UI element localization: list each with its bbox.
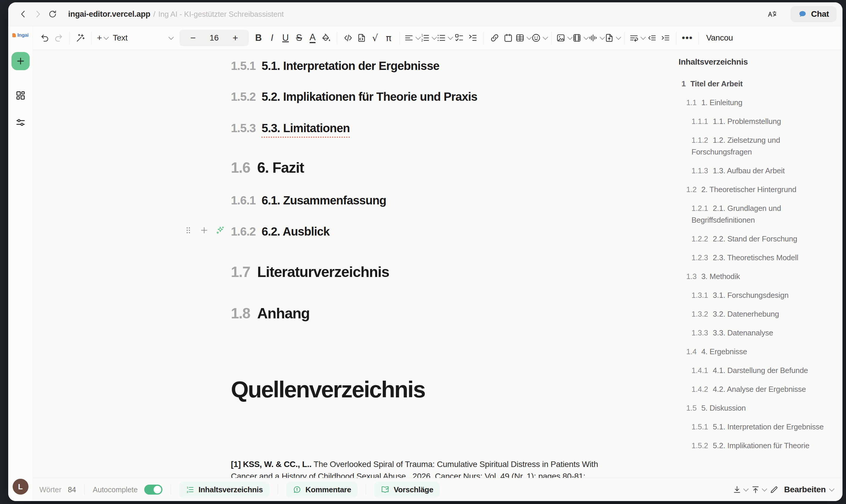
toc-item[interactable]: 1.5.15.1. Interpretation der Ergebnisse [678, 421, 840, 433]
export-top-button[interactable] [751, 481, 767, 498]
undo-icon [40, 33, 50, 43]
indent-button[interactable] [659, 30, 672, 46]
underline-button[interactable]: U [279, 30, 292, 46]
toggle-list-button[interactable] [466, 30, 480, 46]
add-block-icon[interactable] [200, 226, 209, 235]
formula-button[interactable]: π [382, 30, 395, 46]
toc-item[interactable]: 1.1.11.1. Problemstellung [678, 115, 840, 127]
date-button[interactable] [501, 30, 515, 46]
block-type-dropdown[interactable]: Text [109, 30, 177, 46]
toc-item[interactable]: 1.3.33.3. Datenanalyse [678, 327, 840, 339]
checklist-button[interactable] [452, 30, 466, 46]
code-block-button[interactable] [355, 30, 368, 46]
suggestions-button[interactable]: Vorschläge [374, 482, 440, 498]
more-options-button[interactable]: ••• [681, 30, 694, 46]
text-wrap-dropdown[interactable] [629, 30, 645, 46]
toc-item[interactable]: 1.4.24.2. Analyse der Ergebnisse [678, 383, 840, 395]
bold-button[interactable]: B [252, 30, 265, 46]
heading-5-3[interactable]: 1.5.3 5.3. Limitationen [231, 120, 350, 138]
text-color-button[interactable]: A [306, 30, 319, 46]
table-dropdown[interactable] [515, 30, 531, 46]
audio-dropdown[interactable] [588, 30, 604, 46]
reload-button[interactable] [45, 7, 60, 21]
toc-item[interactable]: 1Titel der Arbeit [678, 78, 840, 90]
math-button[interactable]: √ [368, 30, 382, 46]
outdent-button[interactable] [645, 30, 659, 46]
ai-sparkle-icon[interactable] [216, 226, 225, 235]
redo-button[interactable] [52, 30, 65, 46]
text-wrap-icon [629, 33, 639, 43]
forward-button[interactable] [31, 7, 45, 21]
toc-item[interactable]: 1.1.31.3. Aufbau der Arbeit [678, 165, 840, 177]
undo-button[interactable] [38, 30, 52, 46]
divider [551, 32, 552, 44]
comments-button[interactable]: Kommentare [286, 482, 358, 498]
highlight-button[interactable] [319, 30, 333, 46]
sidebar-item-dashboard[interactable] [12, 87, 29, 104]
document-canvas[interactable]: 1.5.1 5.1. Interpretation der Ergebnisse… [33, 50, 673, 478]
citation-style-dropdown[interactable]: Vancou [706, 33, 733, 42]
toc-item[interactable]: 1.55. Diskussion [678, 402, 840, 414]
strikethrough-button[interactable]: S [292, 30, 306, 46]
back-button[interactable] [16, 7, 31, 21]
drag-handle-icon[interactable] [184, 226, 193, 235]
reference-entry[interactable]: [1] KSS, W. & CC., L.. The Overlooked Sp… [231, 458, 604, 478]
code-icon [343, 33, 353, 43]
translate-button[interactable] [764, 7, 779, 21]
sidebar-item-settings[interactable] [12, 114, 29, 131]
user-avatar[interactable]: L [13, 479, 29, 494]
toc-toggle-button[interactable]: 1 2 Inhaltsverzeichnis [179, 482, 269, 498]
edit-mode-dropdown[interactable]: Bearbeiten [769, 481, 834, 498]
heading-6-1[interactable]: 1.6.1 6.1. Zusammenfassung [231, 192, 386, 209]
ai-wand-button[interactable] [74, 30, 87, 46]
checklist-icon [454, 33, 464, 43]
toc-item[interactable]: 1.1.21.2. Zielsetzung und Forschungsfrag… [678, 134, 840, 158]
address-bar[interactable]: ingai-editor.vercel.app / Ing AI - KI-ge… [68, 10, 284, 19]
heading-number: 1.5.3 [231, 120, 255, 138]
bibliography-title[interactable]: Quellenverzeichnis [231, 375, 425, 403]
toc-label: 5.1. Interpretation der Ergebnisse [713, 422, 824, 431]
bullet-list-dropdown[interactable] [436, 30, 452, 46]
toc-item[interactable]: 1.5.25.2. Implikationen für Theorie [678, 440, 840, 451]
site-url: ingai-editor.vercel.app [68, 10, 150, 19]
toc-item[interactable]: 1.2.32.3. Theoretisches Modell [678, 252, 840, 264]
toc-item[interactable]: 1.44. Ergebnisse [678, 346, 840, 357]
emoji-dropdown[interactable] [531, 30, 547, 46]
toc-item[interactable]: 1.4.14.1. Darstellung der Befunde [678, 364, 840, 376]
download-button[interactable] [732, 481, 748, 498]
insert-block-button[interactable]: + [96, 30, 109, 46]
toc-item[interactable]: 1.11. Einleitung [678, 97, 840, 108]
toc-item[interactable]: 1.2.12.1. Grundlagen und Begriffsdefinit… [678, 202, 840, 226]
image-dropdown[interactable] [556, 30, 572, 46]
heading-5-2[interactable]: 1.5.2 5.2. Implikationen für Theorie und… [231, 88, 478, 105]
chat-button[interactable]: Chat [791, 6, 836, 22]
toc-label: 5.2. Implikationen für Theorie [713, 441, 810, 450]
heading-number: 1.7 [231, 262, 250, 282]
ordered-list-dropdown[interactable]: 1 2 [420, 30, 436, 46]
toc-item[interactable]: 1.3.23.2. Datenerhebung [678, 308, 840, 320]
toc-item[interactable]: 1.3.13.1. Forschungsdesign [678, 289, 840, 301]
heading-6-2[interactable]: 1.6.2 6.2. Ausblick [231, 223, 329, 240]
toc-label: 2. Theoretischer Hintergrund [701, 185, 796, 194]
heading-6[interactable]: 1.6 6. Fazit [231, 158, 304, 178]
heading-literaturverzeichnis[interactable]: 1.7 Literaturverzeichnis [231, 262, 389, 282]
font-size-decrease-button[interactable]: − [182, 33, 203, 43]
toc-item[interactable]: 1.2.22.2. Stand der Forschung [678, 233, 840, 245]
heading-anhang[interactable]: 1.8 Anhang [231, 303, 310, 323]
toc-item[interactable]: 1.22. Theoretischer Hintergrund [678, 184, 840, 195]
pencil-icon [769, 485, 779, 494]
chat-label: Chat [811, 10, 829, 19]
new-document-button[interactable] [12, 52, 30, 70]
forward-icon [33, 9, 43, 19]
heading-5-1[interactable]: 1.5.1 5.1. Interpretation der Ergebnisse [231, 58, 439, 74]
italic-button[interactable]: I [265, 30, 279, 46]
toc-item[interactable]: 1.33. Methodik [678, 270, 840, 282]
link-button[interactable] [488, 30, 501, 46]
autocomplete-toggle[interactable] [144, 485, 162, 494]
align-dropdown[interactable] [404, 30, 420, 46]
file-upload-dropdown[interactable] [604, 30, 620, 46]
inline-code-button[interactable] [341, 30, 355, 46]
font-size-increase-button[interactable]: + [225, 33, 246, 43]
heading-text: 6.1. Zusammenfassung [262, 192, 386, 209]
video-dropdown[interactable] [572, 30, 588, 46]
